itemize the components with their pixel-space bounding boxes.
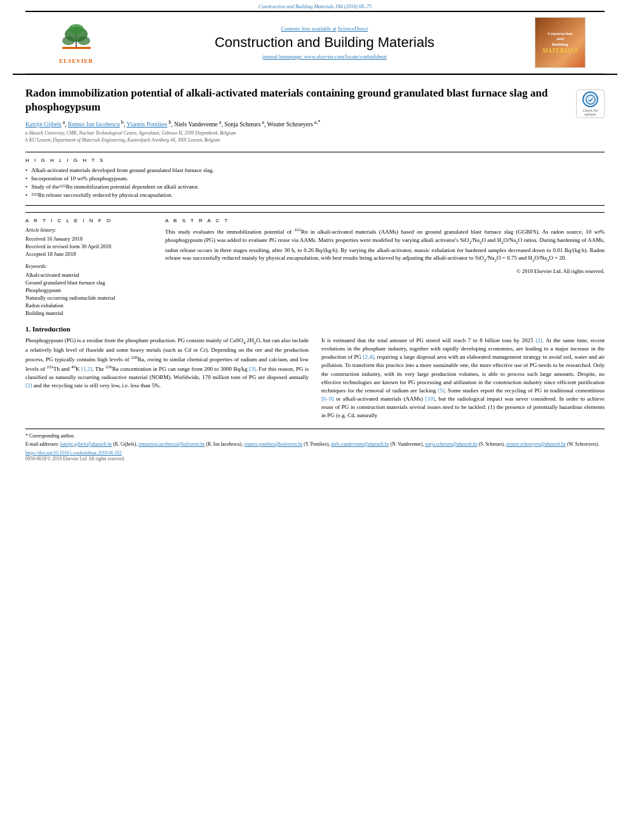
introduction-section: 1. Introduction Phosphogypsum (PG) is a …: [25, 325, 605, 422]
highlight-item-4: 222Rn release successfully reduced by ph…: [25, 192, 605, 198]
article-abstract-section: A R T I C L E I N F O Article history: R…: [25, 212, 605, 317]
elsevier-tree-icon: [56, 22, 97, 57]
highlight-item-2: Incorporation of 10 wt% phosphogypsum.: [25, 175, 605, 182]
update-check-icon: [586, 95, 596, 105]
email-sonja[interactable]: sonja.schreurs@uhasselt.be: [425, 441, 478, 447]
sciencedirect-link: Contents lists available at ScienceDirec…: [114, 25, 535, 32]
accepted-date: Accepted 18 June 2018: [25, 251, 152, 257]
main-content: Radon immobilization potential of alkali…: [0, 80, 630, 429]
introduction-title: 1. Introduction: [25, 325, 605, 333]
elsevier-logo: ELSEVIER: [38, 22, 114, 64]
check-for-updates-badge: Check for updates: [576, 90, 605, 118]
author-sonja: Sonja Schreurs: [224, 121, 260, 128]
affiliation-b: b KU Leuven, Department of Materials Eng…: [25, 137, 566, 143]
email-prefix-label: E-mail addresses:: [25, 441, 59, 447]
svg-point-6: [586, 95, 595, 104]
abstract-col: A B S T R A C T This study evaluates the…: [165, 218, 605, 317]
authors: Katrijn Gijbels a, Remus Ion Iacobescu b…: [25, 119, 566, 128]
highlight-item-1: Alkali-activated materials developed fro…: [25, 167, 605, 173]
introduction-right-col: It is estimated that the total amount of…: [321, 337, 605, 422]
paper-title: Radon immobilization potential of alkali…: [25, 86, 566, 114]
doi-link[interactable]: https://doi.org/10.1016/j.conbuildmat.20…: [25, 450, 605, 456]
keywords-section: Keywords: Alkali-activated material Grou…: [25, 263, 152, 316]
journal-cover-block: Construction and Building MATERIALS: [535, 17, 592, 68]
journal-title-block: Contents lists available at ScienceDirec…: [114, 25, 535, 60]
cover-materials-text: MATERIALS: [542, 47, 579, 54]
introduction-left-col: Phosphogypsum (PG) is a residue from the…: [25, 337, 309, 422]
top-bar: Construction and Building Materials 184 …: [0, 0, 630, 11]
keyword-2: Ground granulated blast furnace slag: [25, 279, 152, 286]
abstract-text: This study evaluates the immobilization …: [165, 227, 605, 263]
journal-reference: Construction and Building Materials 184 …: [258, 4, 372, 10]
email-wouter[interactable]: wouter.schroeyers@uhasselt.be: [506, 441, 566, 447]
elsevier-label: ELSEVIER: [59, 58, 93, 64]
affiliations: a Hasselt University, CMK, Nuclear Techn…: [25, 130, 566, 143]
journal-homepage: journal homepage: www.elsevier.com/locat…: [114, 53, 535, 60]
keywords-label: Keywords:: [25, 263, 152, 269]
journal-title: Construction and Building Materials: [114, 34, 535, 51]
keyword-5: Radon exhalation: [25, 302, 152, 309]
highlights-section: H I G H L I G H T S Alkali-activated mat…: [25, 152, 605, 206]
cover-title-line1: Construction and Building: [547, 31, 572, 47]
sciencedirect-text[interactable]: ScienceDirect: [338, 25, 368, 32]
history-label: Article history:: [25, 227, 152, 233]
footer: * Corresponding author. E-mail addresses…: [25, 429, 605, 462]
email-katrijn[interactable]: katrijn.gijbels@uhasselt.be: [60, 441, 112, 447]
affiliation-a: a Hasselt University, CMK, Nuclear Techn…: [25, 130, 566, 136]
check-icon: [582, 91, 598, 107]
svg-rect-0: [62, 47, 91, 49]
svg-point-3: [62, 36, 75, 45]
article-info-label: A R T I C L E I N F O: [25, 218, 152, 223]
issn-line: 0950-0618/© 2018 Elsevier Ltd. All right…: [25, 456, 605, 462]
header-divider: [13, 74, 617, 75]
email-addresses: E-mail addresses: katrijn.gijbels@uhasse…: [25, 441, 605, 448]
email-remus[interactable]: remustion.iacobescu@kuleuven.be: [138, 441, 205, 447]
author-wouter: Wouter Schroeyers: [267, 121, 313, 128]
copyright-line: © 2018 Elsevier Ltd. All rights reserved…: [165, 268, 605, 274]
corresponding-author-note: * Corresponding author.: [25, 433, 605, 439]
highlight-item-3: Study of the 222Rn immobilization potent…: [25, 183, 605, 190]
keyword-6: Building material: [25, 310, 152, 316]
author-yiannis: Yiannis Pontikes: [126, 121, 167, 128]
check-updates-label: Check for updates: [577, 109, 604, 116]
paper-header: Radon immobilization potential of alkali…: [25, 86, 605, 147]
journal-header: ELSEVIER Contents lists available at Sci…: [25, 11, 605, 74]
svg-point-4: [77, 36, 90, 45]
svg-point-5: [69, 24, 84, 34]
keyword-4: Naturally occurring radionuclide materia…: [25, 295, 152, 301]
abstract-label: A B S T R A C T: [165, 218, 605, 223]
author-katrijn: Katrijn Gijbels: [25, 121, 62, 128]
journal-cover-image: Construction and Building MATERIALS: [535, 17, 586, 68]
received-date: Received 16 January 2018: [25, 236, 152, 242]
email-yiannis[interactable]: yiannis.pontikes@kuleuven.be: [244, 441, 302, 447]
article-info-col: A R T I C L E I N F O Article history: R…: [25, 218, 152, 317]
author-niels: Niels Vandevenne: [174, 121, 218, 128]
elsevier-logo-block: ELSEVIER: [38, 22, 114, 64]
intro-para-2: It is estimated that the total amount of…: [321, 337, 605, 419]
page: Construction and Building Materials 184 …: [0, 0, 630, 840]
keyword-3: Phosphogypsum: [25, 287, 152, 293]
paper-title-block: Radon immobilization potential of alkali…: [25, 86, 566, 147]
revised-date: Received in revised form 30 April 2018: [25, 243, 152, 250]
highlights-label: H I G H L I G H T S: [25, 157, 605, 163]
homepage-url[interactable]: www.elsevier.com/locate/conbuildmat: [304, 53, 387, 60]
author-remus: Remus Ion Iacobescu: [68, 121, 120, 128]
intro-para-1: Phosphogypsum (PG) is a residue from the…: [25, 337, 309, 390]
introduction-body: Phosphogypsum (PG) is a residue from the…: [25, 337, 605, 422]
email-niels[interactable]: niels.vandevenne@uhasselt.be: [331, 441, 389, 447]
keyword-1: Alkali-activated material: [25, 272, 152, 278]
